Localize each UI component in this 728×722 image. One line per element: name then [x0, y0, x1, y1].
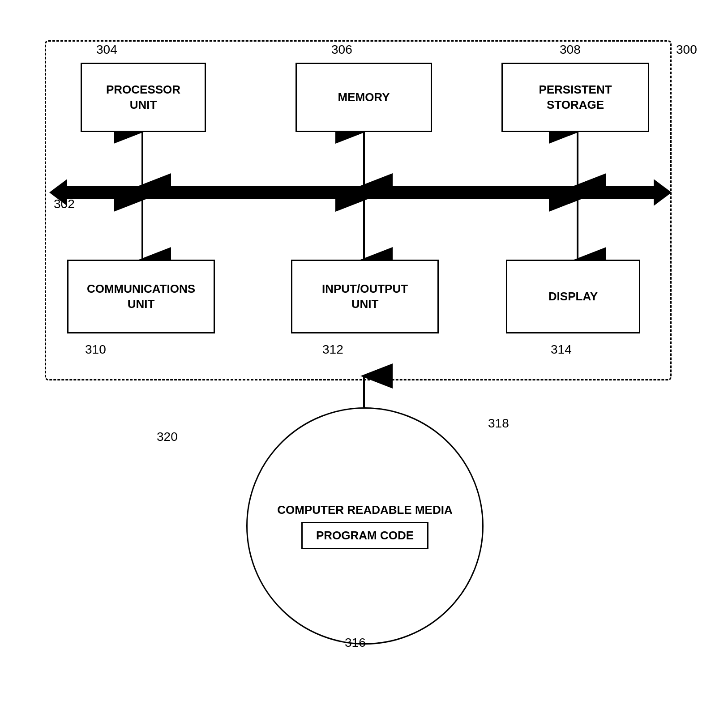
- ref-310: 310: [85, 342, 106, 357]
- ref-308: 308: [560, 43, 581, 57]
- ref-302: 302: [54, 197, 75, 211]
- ref-320: 320: [157, 430, 178, 444]
- communications-unit-label: COMMUNICATIONSUNIT: [87, 282, 195, 312]
- ref-314: 314: [551, 342, 572, 357]
- ref-300: 300: [676, 43, 697, 57]
- computer-readable-media-circle: COMPUTER READABLE MEDIA PROGRAM CODE: [246, 407, 484, 645]
- ref-306: 306: [331, 43, 352, 57]
- io-unit-box: INPUT/OUTPUTUNIT: [291, 260, 439, 333]
- program-code-box: PROGRAM CODE: [301, 522, 428, 549]
- display-box: DISPLAY: [506, 260, 640, 333]
- persistent-storage-label: PERSISTENTSTORAGE: [539, 82, 612, 113]
- diagram-container: 300 302 PROCESSORUNIT 304 MEMORY 306 PER…: [27, 18, 701, 707]
- communications-unit-box: COMMUNICATIONSUNIT: [67, 260, 215, 333]
- computer-readable-media-label: COMPUTER READABLE MEDIA: [277, 503, 452, 518]
- ref-316: 316: [345, 636, 366, 650]
- ref-312: 312: [322, 342, 343, 357]
- ref-318: 318: [488, 416, 509, 431]
- ref-304: 304: [96, 43, 117, 57]
- processor-unit-box: PROCESSORUNIT: [81, 63, 206, 132]
- persistent-storage-box: PERSISTENTSTORAGE: [501, 63, 649, 132]
- processor-unit-label: PROCESSORUNIT: [106, 82, 180, 113]
- memory-box: MEMORY: [295, 63, 432, 132]
- memory-label: MEMORY: [338, 90, 390, 105]
- display-label: DISPLAY: [548, 289, 598, 304]
- io-unit-label: INPUT/OUTPUTUNIT: [322, 282, 408, 312]
- program-code-label: PROGRAM CODE: [316, 529, 414, 542]
